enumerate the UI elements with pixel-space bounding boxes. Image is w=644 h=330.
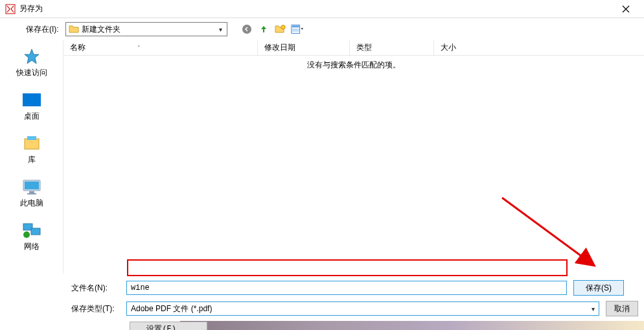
sidebar-item-label: 此电脑 — [20, 198, 43, 209]
empty-message: 没有与搜索条件匹配的项。 — [63, 56, 644, 75]
sidebar-item-desktop[interactable]: 桌面 — [6, 88, 58, 124]
view-menu-button[interactable] — [291, 23, 304, 36]
up-button[interactable] — [257, 23, 270, 36]
computer-icon — [20, 177, 43, 196]
settings-button[interactable]: 设置(E)... — [130, 322, 207, 330]
svg-point-16 — [23, 231, 30, 238]
header-size[interactable]: 大小 — [434, 40, 644, 55]
settings-row: 设置(E)... — [71, 322, 644, 330]
save-button[interactable]: 保存(S) — [573, 280, 624, 296]
location-text: 新建文件夹 — [82, 24, 215, 35]
new-folder-button[interactable] — [274, 23, 287, 36]
main-area: 快速访问 桌面 库 此电脑 网络 — [0, 40, 644, 274]
sidebar-item-label: 网络 — [24, 241, 40, 252]
svg-rect-13 — [27, 193, 36, 194]
sort-caret-icon: ˄ — [137, 45, 141, 51]
chevron-down-icon: ▾ — [592, 305, 595, 312]
header-name[interactable]: 名称 ˄ — [63, 40, 258, 55]
places-sidebar: 快速访问 桌面 库 此电脑 网络 — [0, 40, 63, 274]
file-list: 名称 ˄ 修改日期 类型 大小 没有与搜索条件匹配的项。 — [63, 40, 644, 274]
back-button[interactable] — [240, 23, 253, 36]
sidebar-item-label: 桌面 — [24, 111, 40, 122]
sidebar-item-network[interactable]: 网络 — [6, 218, 58, 255]
save-in-label: 保存在(I): — [26, 24, 59, 35]
pdf-app-icon — [5, 4, 16, 14]
folder-icon — [69, 25, 79, 34]
filetype-row: 保存类型(T): Adobe PDF 文件 (*.pdf) ▾ 取消 — [71, 301, 644, 316]
filetype-value: Adobe PDF 文件 (*.pdf) — [131, 303, 212, 314]
location-combo[interactable]: 新建文件夹 ▾ — [65, 22, 227, 36]
location-toolbar: 保存在(I): 新建文件夹 ▾ — [0, 18, 644, 40]
svg-rect-8 — [25, 139, 39, 149]
header-date[interactable]: 修改日期 — [258, 40, 350, 55]
svg-rect-7 — [23, 93, 41, 106]
svg-rect-11 — [25, 182, 39, 189]
sidebar-item-libraries[interactable]: 库 — [6, 131, 58, 168]
bottom-panel: 文件名(N): 保存(S) 保存类型(T): Adobe PDF 文件 (*.p… — [0, 274, 644, 330]
quick-access-icon — [20, 47, 43, 66]
svg-rect-9 — [27, 136, 36, 140]
filetype-label: 保存类型(T): — [71, 303, 126, 314]
close-button[interactable] — [613, 0, 639, 18]
svg-rect-4 — [292, 26, 299, 28]
sidebar-item-quick-access[interactable]: 快速访问 — [6, 44, 58, 81]
chevron-down-icon: ▾ — [215, 26, 227, 33]
sidebar-item-label: 库 — [28, 154, 36, 165]
desktop-icon — [20, 90, 43, 110]
sidebar-item-label: 快速访问 — [16, 67, 47, 78]
svg-point-2 — [281, 25, 284, 29]
titlebar: 另存为 — [0, 0, 644, 18]
svg-point-1 — [242, 25, 251, 34]
libraries-icon — [20, 134, 43, 153]
filename-label: 文件名(N): — [71, 283, 126, 294]
filename-input[interactable] — [126, 281, 567, 295]
header-type-label: 类型 — [356, 42, 372, 53]
cancel-button[interactable]: 取消 — [606, 301, 638, 316]
filetype-combo[interactable]: Adobe PDF 文件 (*.pdf) ▾ — [126, 301, 599, 316]
svg-rect-12 — [29, 191, 34, 193]
svg-rect-15 — [31, 228, 40, 235]
header-date-label: 修改日期 — [264, 42, 295, 53]
column-headers: 名称 ˄ 修改日期 类型 大小 — [63, 40, 644, 56]
sidebar-item-this-pc[interactable]: 此电脑 — [6, 174, 58, 211]
nav-buttons — [240, 23, 304, 36]
network-icon — [20, 220, 43, 240]
header-size-label: 大小 — [441, 42, 456, 53]
header-name-label: 名称 — [70, 42, 86, 53]
window-title: 另存为 — [19, 3, 613, 14]
filename-row: 文件名(N): 保存(S) — [71, 280, 644, 296]
header-type[interactable]: 类型 — [350, 40, 434, 55]
